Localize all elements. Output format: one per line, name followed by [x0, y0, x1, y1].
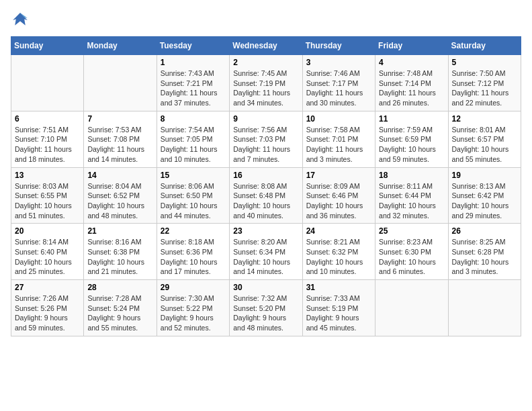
- day-number: 19: [452, 171, 517, 180]
- day-number: 4: [379, 58, 444, 67]
- day-number: 24: [306, 226, 371, 236]
- day-number: 31: [306, 283, 371, 292]
- day-info: Sunrise: 7:59 AM Sunset: 6:59 PM Dayligh…: [379, 125, 444, 165]
- calendar-table: SundayMondayTuesdayWednesdayThursdayFrid…: [11, 36, 521, 336]
- day-info: Sunrise: 8:03 AM Sunset: 6:55 PM Dayligh…: [15, 181, 80, 221]
- calendar-cell: 28Sunrise: 7:28 AM Sunset: 5:24 PM Dayli…: [84, 280, 157, 336]
- day-number: 17: [306, 171, 371, 180]
- day-number: 8: [161, 114, 226, 124]
- calendar-cell: 18Sunrise: 8:11 AM Sunset: 6:44 PM Dayli…: [375, 167, 448, 224]
- calendar-cell: 6Sunrise: 7:51 AM Sunset: 7:10 PM Daylig…: [11, 111, 84, 167]
- day-info: Sunrise: 8:13 AM Sunset: 6:42 PM Dayligh…: [452, 181, 517, 221]
- day-number: 14: [87, 171, 152, 180]
- calendar-cell: [448, 280, 521, 336]
- week-row-2: 6Sunrise: 7:51 AM Sunset: 7:10 PM Daylig…: [11, 111, 521, 167]
- day-info: Sunrise: 7:53 AM Sunset: 7:08 PM Dayligh…: [87, 125, 152, 165]
- calendar-cell: 23Sunrise: 8:20 AM Sunset: 6:34 PM Dayli…: [230, 224, 302, 280]
- calendar-cell: 8Sunrise: 7:54 AM Sunset: 7:05 PM Daylig…: [157, 111, 229, 167]
- calendar-cell: 16Sunrise: 8:08 AM Sunset: 6:48 PM Dayli…: [230, 167, 302, 224]
- day-info: Sunrise: 7:58 AM Sunset: 7:01 PM Dayligh…: [306, 125, 371, 165]
- day-info: Sunrise: 8:21 AM Sunset: 6:32 PM Dayligh…: [306, 237, 371, 277]
- weekday-header-sunday: Sunday: [11, 37, 84, 55]
- calendar-cell: 7Sunrise: 7:53 AM Sunset: 7:08 PM Daylig…: [84, 111, 157, 167]
- calendar-cell: 19Sunrise: 8:13 AM Sunset: 6:42 PM Dayli…: [448, 167, 521, 224]
- day-info: Sunrise: 8:18 AM Sunset: 6:36 PM Dayligh…: [161, 237, 226, 277]
- day-info: Sunrise: 7:54 AM Sunset: 7:05 PM Dayligh…: [161, 125, 226, 165]
- calendar-cell: 30Sunrise: 7:32 AM Sunset: 5:20 PM Dayli…: [230, 280, 302, 336]
- calendar-cell: 13Sunrise: 8:03 AM Sunset: 6:55 PM Dayli…: [11, 167, 84, 224]
- day-info: Sunrise: 7:30 AM Sunset: 5:22 PM Dayligh…: [161, 293, 226, 333]
- weekday-header-friday: Friday: [375, 37, 448, 55]
- calendar-cell: 15Sunrise: 8:06 AM Sunset: 6:50 PM Dayli…: [157, 167, 229, 224]
- day-number: 22: [161, 226, 226, 236]
- day-number: 16: [233, 171, 298, 180]
- day-number: 5: [452, 58, 517, 67]
- week-row-1: 1Sunrise: 7:43 AM Sunset: 7:21 PM Daylig…: [11, 55, 521, 111]
- day-info: Sunrise: 7:43 AM Sunset: 7:21 PM Dayligh…: [161, 68, 226, 108]
- logo-icon: [11, 11, 30, 30]
- day-info: Sunrise: 8:16 AM Sunset: 6:38 PM Dayligh…: [87, 237, 152, 277]
- day-info: Sunrise: 7:56 AM Sunset: 7:03 PM Dayligh…: [233, 125, 298, 165]
- weekday-header-wednesday: Wednesday: [230, 37, 302, 55]
- day-number: 29: [161, 283, 226, 292]
- calendar-cell: [11, 55, 84, 111]
- week-row-5: 27Sunrise: 7:26 AM Sunset: 5:26 PM Dayli…: [11, 280, 521, 336]
- day-number: 25: [379, 226, 444, 236]
- calendar-cell: 20Sunrise: 8:14 AM Sunset: 6:40 PM Dayli…: [11, 224, 84, 280]
- calendar-cell: 12Sunrise: 8:01 AM Sunset: 6:57 PM Dayli…: [448, 111, 521, 167]
- page-header: [11, 11, 521, 30]
- day-number: 6: [15, 114, 80, 124]
- calendar-cell: 29Sunrise: 7:30 AM Sunset: 5:22 PM Dayli…: [157, 280, 229, 336]
- calendar-cell: 1Sunrise: 7:43 AM Sunset: 7:21 PM Daylig…: [157, 55, 229, 111]
- week-row-4: 20Sunrise: 8:14 AM Sunset: 6:40 PM Dayli…: [11, 224, 521, 280]
- day-info: Sunrise: 8:09 AM Sunset: 6:46 PM Dayligh…: [306, 181, 371, 221]
- calendar-cell: 4Sunrise: 7:48 AM Sunset: 7:14 PM Daylig…: [375, 55, 448, 111]
- svg-marker-0: [13, 13, 28, 26]
- day-info: Sunrise: 7:46 AM Sunset: 7:17 PM Dayligh…: [306, 68, 371, 108]
- calendar-cell: 14Sunrise: 8:04 AM Sunset: 6:52 PM Dayli…: [84, 167, 157, 224]
- calendar-cell: 17Sunrise: 8:09 AM Sunset: 6:46 PM Dayli…: [302, 167, 375, 224]
- calendar-cell: 22Sunrise: 8:18 AM Sunset: 6:36 PM Dayli…: [157, 224, 229, 280]
- day-number: 3: [306, 58, 371, 67]
- day-number: 10: [306, 114, 371, 124]
- day-info: Sunrise: 8:25 AM Sunset: 6:28 PM Dayligh…: [452, 237, 517, 277]
- day-info: Sunrise: 7:32 AM Sunset: 5:20 PM Dayligh…: [233, 293, 298, 333]
- calendar-cell: [375, 280, 448, 336]
- day-info: Sunrise: 8:06 AM Sunset: 6:50 PM Dayligh…: [161, 181, 226, 221]
- calendar-cell: 21Sunrise: 8:16 AM Sunset: 6:38 PM Dayli…: [84, 224, 157, 280]
- weekday-header-tuesday: Tuesday: [157, 37, 229, 55]
- day-number: 18: [379, 171, 444, 180]
- calendar-cell: [84, 55, 157, 111]
- day-info: Sunrise: 8:11 AM Sunset: 6:44 PM Dayligh…: [379, 181, 444, 221]
- day-info: Sunrise: 8:23 AM Sunset: 6:30 PM Dayligh…: [379, 237, 444, 277]
- day-info: Sunrise: 7:28 AM Sunset: 5:24 PM Dayligh…: [87, 293, 152, 333]
- day-number: 28: [87, 283, 152, 292]
- day-info: Sunrise: 8:04 AM Sunset: 6:52 PM Dayligh…: [87, 181, 152, 221]
- day-info: Sunrise: 8:01 AM Sunset: 6:57 PM Dayligh…: [452, 125, 517, 165]
- week-row-3: 13Sunrise: 8:03 AM Sunset: 6:55 PM Dayli…: [11, 167, 521, 224]
- day-number: 13: [15, 171, 80, 180]
- day-number: 21: [87, 226, 152, 236]
- day-info: Sunrise: 8:14 AM Sunset: 6:40 PM Dayligh…: [15, 237, 80, 277]
- day-number: 15: [161, 171, 226, 180]
- day-info: Sunrise: 7:51 AM Sunset: 7:10 PM Dayligh…: [15, 125, 80, 165]
- day-info: Sunrise: 7:48 AM Sunset: 7:14 PM Dayligh…: [379, 68, 444, 108]
- calendar-header: SundayMondayTuesdayWednesdayThursdayFrid…: [11, 37, 521, 55]
- day-number: 26: [452, 226, 517, 236]
- calendar-cell: 10Sunrise: 7:58 AM Sunset: 7:01 PM Dayli…: [302, 111, 375, 167]
- day-number: 30: [233, 283, 298, 292]
- weekday-header-saturday: Saturday: [448, 37, 521, 55]
- calendar-cell: 26Sunrise: 8:25 AM Sunset: 6:28 PM Dayli…: [448, 224, 521, 280]
- day-number: 7: [87, 114, 152, 124]
- calendar-cell: 3Sunrise: 7:46 AM Sunset: 7:17 PM Daylig…: [302, 55, 375, 111]
- calendar-cell: 11Sunrise: 7:59 AM Sunset: 6:59 PM Dayli…: [375, 111, 448, 167]
- day-info: Sunrise: 7:26 AM Sunset: 5:26 PM Dayligh…: [15, 293, 80, 333]
- calendar-cell: 5Sunrise: 7:50 AM Sunset: 7:12 PM Daylig…: [448, 55, 521, 111]
- day-number: 23: [233, 226, 298, 236]
- calendar-cell: 25Sunrise: 8:23 AM Sunset: 6:30 PM Dayli…: [375, 224, 448, 280]
- weekday-header-row: SundayMondayTuesdayWednesdayThursdayFrid…: [11, 37, 521, 55]
- day-info: Sunrise: 7:33 AM Sunset: 5:19 PM Dayligh…: [306, 293, 371, 333]
- day-number: 20: [15, 226, 80, 236]
- weekday-header-thursday: Thursday: [302, 37, 375, 55]
- day-info: Sunrise: 8:08 AM Sunset: 6:48 PM Dayligh…: [233, 181, 298, 221]
